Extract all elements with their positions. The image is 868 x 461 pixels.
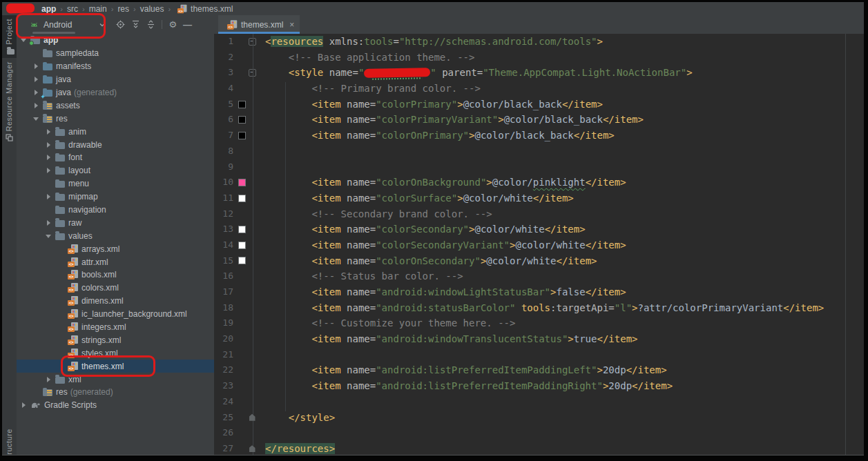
chevron-right-icon[interactable] bbox=[46, 141, 52, 148]
chevron-right-icon[interactable] bbox=[33, 89, 40, 96]
code-line-25[interactable]: 25 </style> bbox=[214, 410, 864, 426]
tree-item-values[interactable]: values bbox=[17, 229, 214, 242]
tree-item-sampledata[interactable]: sampledata bbox=[17, 47, 214, 60]
tree-item-gradle-scripts[interactable]: Gradle Scripts bbox=[17, 399, 214, 412]
fold-end-icon[interactable] bbox=[249, 414, 255, 421]
fold-end-icon[interactable] bbox=[249, 445, 255, 452]
chevron-right-icon[interactable] bbox=[46, 154, 52, 161]
tree-item-strings-xml[interactable]: <>strings.xml bbox=[17, 333, 214, 346]
tree-item-app[interactable]: app bbox=[17, 34, 214, 47]
breadcrumb-item-main[interactable]: main bbox=[88, 4, 108, 14]
tree-item-anim[interactable]: anim bbox=[17, 125, 214, 138]
code-line-6[interactable]: 6 <item name="colorPrimaryVariant">@colo… bbox=[214, 112, 864, 128]
code-line-13[interactable]: 13 <item name="colorSecondary">@color/wh… bbox=[214, 222, 864, 237]
tree-item-res[interactable]: res(generated) bbox=[17, 386, 214, 399]
chevron-down-icon[interactable] bbox=[46, 233, 52, 239]
chevron-down-icon[interactable] bbox=[33, 115, 40, 122]
code-line-3[interactable]: 3− <style name="" parent="Theme.AppCompa… bbox=[214, 65, 864, 81]
chevron-right-icon[interactable] bbox=[21, 402, 28, 409]
code-line-16[interactable]: 16 <!-- Status bar color. --> bbox=[214, 268, 864, 284]
code-editor[interactable]: 1−<resources xmlns:tools="http://schemas… bbox=[214, 34, 864, 455]
chevron-right-icon[interactable] bbox=[46, 219, 52, 226]
tree-item-raw[interactable]: raw bbox=[17, 216, 214, 229]
breadcrumb-item-app[interactable]: app bbox=[40, 4, 57, 14]
code-line-12[interactable]: 12 <!-- Secondary brand color. --> bbox=[214, 206, 864, 222]
chevron-right-icon[interactable] bbox=[46, 193, 52, 200]
color-swatch[interactable] bbox=[238, 132, 246, 139]
chevron-right-icon[interactable] bbox=[46, 376, 52, 383]
code-line-24[interactable]: 24 bbox=[214, 394, 864, 410]
tree-item-ic_launcher_background-xml[interactable]: <>ic_launcher_background.xml bbox=[17, 308, 214, 321]
chevron-right-icon[interactable] bbox=[33, 76, 40, 83]
chevron-right-icon[interactable] bbox=[33, 63, 40, 70]
tree-item-dimens-xml[interactable]: <>dimens.xml bbox=[17, 295, 214, 308]
tab-themes-xml[interactable]: <>themes.xml× bbox=[218, 15, 300, 34]
hide-panel-icon[interactable]: — bbox=[183, 20, 192, 29]
tool-button-project[interactable]: Project bbox=[2, 15, 17, 58]
tree-item-navigation[interactable]: navigation bbox=[17, 204, 214, 217]
locate-file-icon[interactable] bbox=[116, 20, 125, 29]
tree-item-drawable[interactable]: drawable bbox=[17, 138, 214, 151]
breadcrumb-item-values[interactable]: values bbox=[139, 4, 166, 14]
code-line-27[interactable]: 27</resources> bbox=[214, 441, 864, 455]
breadcrumb-item-src[interactable]: src bbox=[66, 4, 79, 14]
tree-item-menu[interactable]: menu bbox=[17, 177, 214, 190]
tree-item-styles-xml[interactable]: <>styles.xml bbox=[17, 346, 214, 360]
tool-button-resource-manager[interactable]: Resource Manager bbox=[2, 58, 17, 146]
close-tab-icon[interactable]: × bbox=[289, 20, 294, 30]
color-swatch[interactable] bbox=[238, 179, 246, 186]
code-line-19[interactable]: 19 <!-- Customize your theme here. --> bbox=[214, 315, 864, 331]
color-swatch[interactable] bbox=[238, 226, 246, 233]
chevron-down-icon[interactable] bbox=[98, 21, 106, 29]
code-line-4[interactable]: 4 <!-- Primary brand color. --> bbox=[214, 81, 864, 97]
code-line-9[interactable]: 9 bbox=[214, 159, 864, 175]
code-line-1[interactable]: 1−<resources xmlns:tools="http://schemas… bbox=[214, 34, 864, 50]
color-swatch[interactable] bbox=[238, 101, 246, 108]
tree-item-integers-xml[interactable]: <>integers.xml bbox=[17, 321, 214, 334]
color-swatch[interactable] bbox=[238, 116, 246, 124]
chevron-right-icon[interactable] bbox=[46, 167, 52, 174]
view-selector-label[interactable]: Android bbox=[44, 20, 72, 30]
gear-icon[interactable]: ⚙ bbox=[168, 20, 177, 29]
chevron-right-icon[interactable] bbox=[33, 102, 40, 109]
color-swatch[interactable] bbox=[238, 257, 246, 264]
expand-all-icon[interactable] bbox=[131, 20, 140, 29]
tree-item-java[interactable]: java(generated) bbox=[17, 86, 214, 99]
code-line-18[interactable]: 18 <item name="android:statusBarColor" t… bbox=[214, 300, 864, 316]
tree-item-java[interactable]: java bbox=[17, 73, 214, 86]
color-swatch[interactable] bbox=[238, 242, 246, 249]
chevron-down-icon[interactable] bbox=[21, 37, 28, 43]
fold-start-icon[interactable]: − bbox=[249, 69, 256, 77]
tree-item-colors-xml[interactable]: <>colors.xml bbox=[17, 282, 214, 295]
code-line-8[interactable]: 8 bbox=[214, 144, 864, 159]
code-line-11[interactable]: 11 <item name="colorSurface">@color/whit… bbox=[214, 190, 864, 206]
code-line-26[interactable]: 26 bbox=[214, 425, 864, 441]
chevron-right-icon[interactable] bbox=[46, 128, 52, 135]
tool-button-structure[interactable]: ructure bbox=[2, 425, 17, 455]
tree-item-assets[interactable]: assets bbox=[17, 99, 214, 112]
code-line-21[interactable]: 21 bbox=[214, 347, 864, 363]
code-line-20[interactable]: 20 <item name="android:windowTranslucent… bbox=[214, 331, 864, 347]
fold-start-icon[interactable]: − bbox=[249, 38, 256, 46]
tree-item-bools-xml[interactable]: <>bools.xml bbox=[17, 268, 214, 282]
tree-item-arrays-xml[interactable]: <>arrays.xml bbox=[17, 242, 214, 255]
code-line-22[interactable]: 22 <item name="android:listPreferredItem… bbox=[214, 362, 864, 378]
color-swatch[interactable] bbox=[238, 195, 246, 202]
code-line-10[interactable]: 10 <item name="colorOnBackground">@color… bbox=[214, 175, 864, 190]
code-line-23[interactable]: 23 <item name="android:listPreferredItem… bbox=[214, 378, 864, 394]
code-line-5[interactable]: 5 <item name="colorPrimary">@color/black… bbox=[214, 97, 864, 112]
tree-item-font[interactable]: font bbox=[17, 151, 214, 164]
breadcrumb-item-themes-xml[interactable]: <>themes.xml bbox=[173, 4, 234, 14]
code-line-7[interactable]: 7 <item name="colorOnPrimary">@color/bla… bbox=[214, 128, 864, 144]
tree-item-layout[interactable]: layout bbox=[17, 164, 214, 177]
code-line-14[interactable]: 14 <item name="colorSecondaryVariant">@c… bbox=[214, 237, 864, 253]
tree-item-xml[interactable]: xml bbox=[17, 373, 214, 386]
tree-item-themes-xml[interactable]: <>themes.xml bbox=[17, 360, 214, 373]
tree-item-manifests[interactable]: manifests bbox=[17, 60, 214, 73]
breadcrumb-item-res[interactable]: res bbox=[116, 4, 131, 14]
tree-item-attr-xml[interactable]: <>attr.xml bbox=[17, 255, 214, 268]
tree-item-mipmap[interactable]: mipmap bbox=[17, 190, 214, 204]
code-line-2[interactable]: 2 <!-- Base application theme. --> bbox=[214, 50, 864, 66]
collapse-all-icon[interactable] bbox=[146, 20, 155, 29]
tree-item-res[interactable]: res bbox=[17, 112, 214, 125]
